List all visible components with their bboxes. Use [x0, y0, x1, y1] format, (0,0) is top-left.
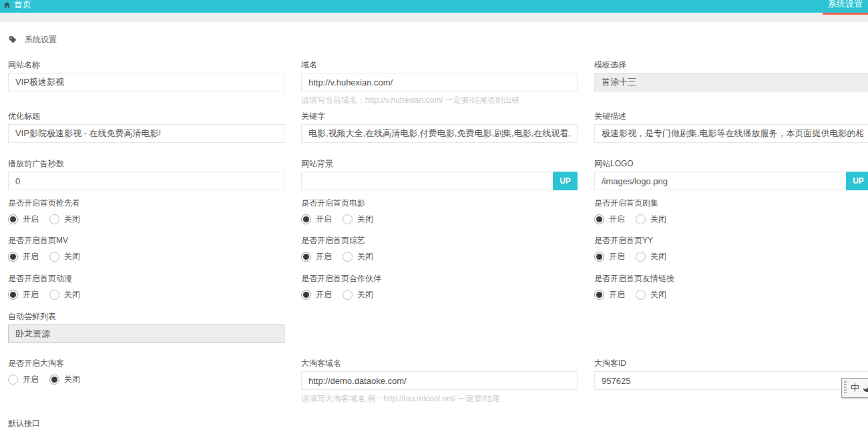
- toggle-home-series: 是否开启首页剧集 开启 关闭: [594, 198, 868, 224]
- settings-page: 系统设置 网站名称 域名 请填写当前域名：http://v.huhexian.c…: [0, 22, 868, 428]
- radio-icon: [594, 290, 604, 300]
- field-template: 模板选择: [594, 60, 868, 91]
- radio-option-on[interactable]: 开启: [594, 251, 625, 262]
- page-title: 系统设置: [25, 34, 57, 45]
- radio-option-on[interactable]: 开启: [594, 289, 625, 300]
- radio-option-off[interactable]: 关闭: [343, 289, 373, 300]
- form-row: 是否开启大淘客 开启 关闭 大淘客域名 请填写大淘客域名,例：http://ta…: [8, 359, 868, 404]
- radio-label: 关闭: [64, 214, 80, 225]
- radio-icon: [8, 290, 18, 300]
- radio-option-on[interactable]: 开启: [594, 214, 625, 225]
- keywords-input[interactable]: [301, 124, 578, 143]
- ime-fullwidth-moon-icon[interactable]: [863, 384, 868, 393]
- field-label: 是否开启首页电影: [301, 198, 578, 208]
- radio-option-on[interactable]: 开启: [8, 374, 39, 385]
- field-label: 是否开启首页动漫: [8, 274, 284, 283]
- ime-language-indicator[interactable]: 中: [851, 382, 859, 394]
- domain-input[interactable]: [301, 73, 578, 91]
- radio-option-off[interactable]: 关闭: [343, 214, 373, 225]
- radio-label: 关闭: [357, 289, 373, 300]
- radio-icon: [8, 214, 18, 224]
- field-label: 域名: [301, 60, 578, 69]
- radio-option-off[interactable]: 关闭: [636, 214, 666, 225]
- radio-label: 关闭: [64, 289, 80, 300]
- nav-tab-settings[interactable]: 系统设置: [828, 0, 863, 10]
- radio-icon: [49, 252, 59, 262]
- field-label: 播放前广告秒数: [8, 159, 284, 168]
- form-row: 是否开启首页MV 开启 关闭 是否开启首页综艺 开启 关闭 是否开启首页YY 开…: [8, 236, 868, 262]
- radio-label: 开启: [609, 289, 625, 300]
- field-domain: 域名 请填写当前域名：http://v.huhexian.com/ 一定要/结尾…: [301, 60, 578, 105]
- radio-option-off[interactable]: 关闭: [636, 289, 666, 300]
- radio-option-on[interactable]: 开启: [8, 251, 39, 262]
- site-logo-upload-button[interactable]: UP: [846, 172, 868, 190]
- toggle-home-links: 是否开启首页友情链接 开启 关闭: [594, 274, 868, 300]
- radio-option-off[interactable]: 关闭: [49, 251, 80, 262]
- dataoke-id-input[interactable]: [594, 371, 868, 390]
- field-label: 网站名称: [8, 60, 284, 69]
- radio-option-on[interactable]: 开启: [8, 214, 39, 225]
- field-keywords: 关键字: [301, 112, 578, 143]
- field-seo-desc: 关键描述: [594, 112, 868, 143]
- radio-label: 关闭: [650, 251, 666, 262]
- field-label: 大淘客ID: [594, 359, 868, 368]
- nav-home[interactable]: 首页: [3, 0, 31, 11]
- radio-label: 开启: [23, 214, 39, 225]
- site-logo-input[interactable]: [594, 172, 868, 190]
- home-icon: [3, 1, 11, 9]
- tag-icon: [8, 35, 17, 44]
- radio-icon: [594, 252, 604, 262]
- ime-drag-handle[interactable]: [844, 381, 847, 395]
- radio-option-off[interactable]: 关闭: [49, 289, 80, 300]
- radio-option-off[interactable]: 关闭: [49, 374, 80, 385]
- radio-option-on[interactable]: 开启: [301, 251, 332, 262]
- radio-label: 关闭: [64, 374, 80, 385]
- site-bg-upload-button[interactable]: UP: [553, 172, 578, 190]
- field-label: 是否开启首页合作伙伴: [301, 274, 578, 283]
- field-label: 是否开启首页综艺: [301, 236, 578, 245]
- radio-icon: [343, 290, 353, 300]
- radio-option-off[interactable]: 关闭: [636, 251, 666, 262]
- radio-label: 开启: [609, 251, 625, 262]
- section-header: 系统设置: [8, 35, 868, 44]
- auto-fresh-input[interactable]: [8, 325, 284, 343]
- radio-icon: [49, 214, 59, 224]
- radio-option-on[interactable]: 开启: [301, 289, 332, 300]
- radio-icon: [49, 290, 59, 300]
- field-default-api: 默认接口: [8, 419, 284, 428]
- radio-label: 开启: [23, 289, 39, 300]
- dataoke-domain-input[interactable]: [301, 371, 578, 390]
- toggle-home-yy: 是否开启首页YY 开启 关闭: [594, 236, 868, 262]
- field-dataoke-id: 大淘客ID: [594, 359, 868, 390]
- radio-option-on[interactable]: 开启: [301, 214, 332, 225]
- radio-option-off[interactable]: 关闭: [343, 251, 373, 262]
- site-name-input[interactable]: [8, 73, 284, 91]
- nav-home-label: 首页: [14, 0, 31, 11]
- active-tab-underline: [823, 13, 868, 15]
- template-select[interactable]: [594, 73, 868, 91]
- ad-seconds-input[interactable]: [8, 172, 284, 190]
- radio-icon: [343, 214, 353, 224]
- site-bg-input[interactable]: [301, 172, 578, 190]
- field-auto-fresh: 自动尝鲜列表: [8, 312, 284, 343]
- radio-option-off[interactable]: 关闭: [49, 214, 80, 225]
- field-label: 关键字: [301, 112, 578, 121]
- seo-desc-input[interactable]: [594, 124, 868, 143]
- radio-icon: [301, 214, 311, 224]
- field-site-bg: 网站背景 UP: [301, 159, 578, 190]
- radio-icon: [8, 375, 18, 385]
- form-row: 是否开启首页动漫 开启 关闭 是否开启首页合作伙伴 开启 关闭 是否开启首页友情…: [8, 274, 868, 300]
- radio-option-on[interactable]: 开启: [8, 289, 39, 300]
- radio-label: 关闭: [357, 251, 373, 262]
- radio-label: 开启: [609, 214, 625, 225]
- seo-title-input[interactable]: [8, 124, 284, 143]
- toggle-home-preview: 是否开启首页抢先看 开启 关闭: [8, 198, 284, 224]
- radio-icon: [8, 252, 18, 262]
- field-dataoke-domain: 大淘客域名 请填写大淘客域名,例：http://tao.micool.net/ …: [301, 359, 578, 404]
- form-row: 默认接口: [8, 419, 868, 428]
- radio-label: 关闭: [357, 214, 373, 225]
- radio-label: 关闭: [650, 214, 666, 225]
- ime-toolbar[interactable]: 中: [841, 378, 868, 398]
- field-label: 网站背景: [301, 159, 578, 168]
- sub-toolbar: [0, 13, 868, 22]
